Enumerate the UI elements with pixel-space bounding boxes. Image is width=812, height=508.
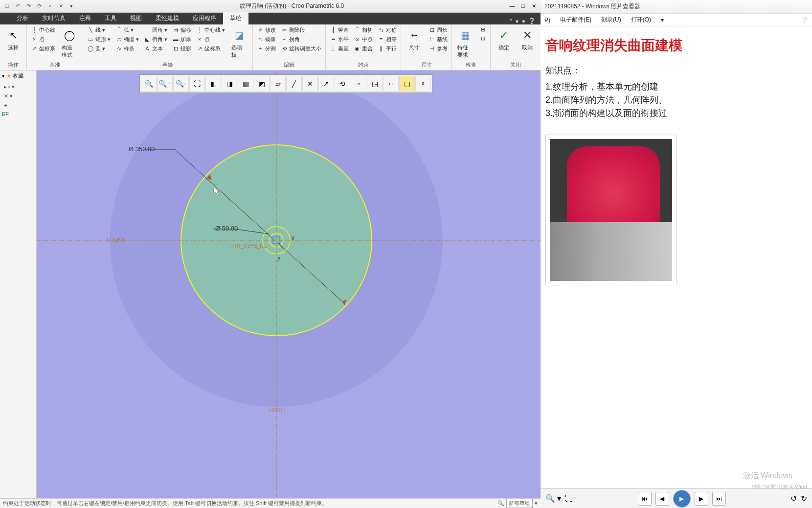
- sketch-view-icon[interactable]: ▢: [399, 76, 415, 92]
- parallel-button[interactable]: ∥平行: [376, 45, 398, 53]
- midpoint-button[interactable]: ⊙中点: [352, 35, 374, 44]
- tab-sketch[interactable]: 草绘: [223, 12, 248, 24]
- close-button[interactable]: ✕: [529, 1, 539, 11]
- corner-button[interactable]: ⌐拐角: [279, 35, 323, 44]
- tree-item[interactable]: +: [2, 101, 34, 109]
- tangent-button[interactable]: ⌒相切: [352, 26, 374, 34]
- ellipse-button[interactable]: ⬭椭圆 ▾: [114, 35, 140, 44]
- refit-icon[interactable]: ⛶: [189, 76, 205, 92]
- tree-toggle-icon[interactable]: ▾: [2, 73, 5, 79]
- view-mgr-icon[interactable]: ◩: [254, 76, 270, 92]
- project-button[interactable]: ⊡投影: [171, 45, 193, 53]
- palette-button[interactable]: ◪ 选项板: [228, 26, 250, 60]
- pv-menu-open[interactable]: 打开(O): [631, 16, 651, 24]
- display-style-icon[interactable]: ◧: [205, 76, 221, 92]
- tab-simulation[interactable]: 实时仿真: [35, 12, 72, 24]
- tree-item[interactable]: ▸ ▫ ▾: [2, 83, 34, 91]
- tab-apps[interactable]: 应用程序: [186, 12, 223, 24]
- feature-req-button[interactable]: ▦ 特征要求: [454, 26, 476, 60]
- coord2-button[interactable]: ↗坐标系: [195, 45, 226, 53]
- pv-menu-burn[interactable]: 刻录(U): [601, 16, 621, 24]
- qat-save-icon[interactable]: ▫: [45, 1, 55, 11]
- datum-axis-icon[interactable]: ╱: [286, 76, 302, 92]
- reference-button[interactable]: ⊣参考: [427, 45, 449, 53]
- modify-button[interactable]: ✐修改: [255, 26, 277, 34]
- zoom-in-icon[interactable]: 🔍+: [157, 76, 173, 92]
- datum-point-icon[interactable]: ✕: [302, 76, 318, 92]
- chamfer-button[interactable]: ◣倒角 ▾: [142, 35, 169, 44]
- pv-menu-print[interactable]: P): [544, 17, 550, 23]
- pv-prev-button[interactable]: ◀: [655, 492, 669, 506]
- orient-icon[interactable]: ↔: [383, 76, 399, 92]
- pv-next-button[interactable]: ▶: [695, 492, 708, 506]
- pv-help-icon[interactable]: ❔: [801, 17, 808, 23]
- fillet-button[interactable]: ⌐圆角 ▾: [142, 26, 169, 34]
- qat-new-icon[interactable]: □: [2, 1, 12, 11]
- baseline-button[interactable]: ⊢基线: [427, 35, 449, 44]
- circle-button[interactable]: ◯圆 ▾: [86, 45, 112, 53]
- text-button[interactable]: A文本: [142, 45, 169, 53]
- perpendicular-button[interactable]: ⊥垂直: [328, 45, 350, 53]
- saved-view-icon[interactable]: ▦: [238, 76, 253, 92]
- minimize-button[interactable]: —: [507, 1, 517, 11]
- cancel-button[interactable]: ✕ 取消: [517, 26, 538, 53]
- datum-csys-icon[interactable]: ↗: [318, 76, 334, 92]
- zoom-icon[interactable]: 🔍: [141, 76, 157, 92]
- tab-tools[interactable]: 工具: [98, 12, 123, 24]
- inspect-btn2[interactable]: ⊡: [478, 35, 488, 43]
- datum-plane-icon[interactable]: ▱: [270, 76, 286, 92]
- pv-menu-dropdown-icon[interactable]: ▾: [661, 17, 664, 23]
- spin-center-icon[interactable]: ▫: [351, 76, 366, 92]
- pv-menu-email[interactable]: 电子邮件(E): [560, 16, 591, 24]
- select-button[interactable]: ↖ 选择: [2, 26, 24, 53]
- favorites-icon[interactable]: ★: [6, 73, 11, 79]
- pv-last-button[interactable]: ⏭: [712, 492, 726, 506]
- point2-button[interactable]: ×点: [195, 35, 226, 44]
- offset-button[interactable]: ⇉偏移: [171, 26, 193, 34]
- status-search-icon[interactable]: 🔍: [497, 500, 504, 507]
- filter-combo[interactable]: 所有草绘: [506, 499, 533, 508]
- delete-seg-button[interactable]: ✂删除段: [279, 26, 323, 34]
- perimeter-button[interactable]: ⊡周长: [427, 26, 449, 34]
- shade-icon[interactable]: ◨: [222, 76, 237, 92]
- qat-regen-icon[interactable]: ⟳: [34, 1, 44, 11]
- coincident-button[interactable]: ◉重合: [352, 45, 374, 53]
- centerline-button[interactable]: ┊中心线: [29, 26, 57, 34]
- tree-item[interactable]: ✕ ▾: [2, 92, 34, 100]
- qat-undo-icon[interactable]: ↶: [13, 1, 23, 11]
- equal-button[interactable]: =相等: [376, 35, 398, 44]
- rect-button[interactable]: ▭矩形 ▾: [86, 35, 112, 44]
- vertical-button[interactable]: ┃竖直: [328, 26, 350, 34]
- horizontal-button[interactable]: ━水平: [328, 35, 350, 44]
- pv-first-button[interactable]: ⏮: [638, 492, 652, 506]
- pv-fit-icon[interactable]: ⛶: [565, 494, 573, 503]
- line-button[interactable]: ╲线 ▾: [86, 26, 112, 34]
- perspective-icon[interactable]: ◳: [367, 76, 383, 92]
- status-more-icon[interactable]: ▾: [535, 500, 538, 507]
- thicken-button[interactable]: ▬加厚: [171, 35, 193, 44]
- pv-zoom-icon[interactable]: 🔍 ▾: [545, 494, 561, 503]
- qat-close-icon[interactable]: ✕: [56, 1, 66, 11]
- ef-item[interactable]: EF: [2, 110, 34, 118]
- mirror-button[interactable]: ⇋镜像: [255, 35, 277, 44]
- ribbon-min-icon[interactable]: ^: [510, 18, 513, 24]
- named-view-icon[interactable]: ⚬: [415, 76, 431, 92]
- tab-analysis[interactable]: 分析: [10, 12, 35, 24]
- tab-annotate[interactable]: 注释: [72, 12, 98, 24]
- ribbon-help-icon[interactable]: ❔: [528, 18, 536, 24]
- rotate-button[interactable]: ⟲旋转调整大小: [279, 45, 323, 53]
- spline-button[interactable]: ∿样条: [114, 45, 140, 53]
- pv-play-button[interactable]: ▶: [673, 490, 691, 508]
- tab-view[interactable]: 视图: [123, 12, 149, 24]
- tab-flex[interactable]: 柔性建模: [149, 12, 186, 24]
- dimension-button[interactable]: ↔ 尺寸: [404, 26, 425, 53]
- qat-more-icon[interactable]: ▾: [67, 1, 76, 11]
- inspect-btn1[interactable]: ⊞: [478, 26, 488, 34]
- centerline2-button[interactable]: ┊中心线 ▾: [195, 26, 226, 34]
- pv-rotate-ccw-icon[interactable]: ↺: [790, 494, 797, 503]
- coord-button[interactable]: ↗坐标系: [29, 45, 57, 53]
- annotation-icon[interactable]: ⟲: [335, 76, 350, 92]
- divide-button[interactable]: ÷分割: [255, 45, 277, 53]
- pv-rotate-cw-icon[interactable]: ↻: [801, 494, 807, 503]
- zoom-out-icon[interactable]: 🔍-: [173, 76, 189, 92]
